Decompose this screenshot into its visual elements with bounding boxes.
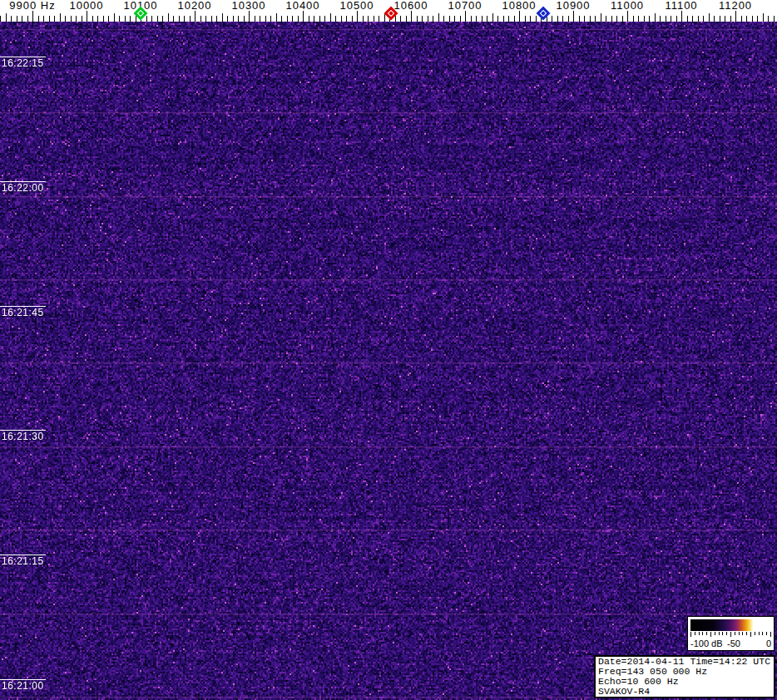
freq-tick	[335, 16, 336, 22]
freq-label: 11200	[719, 0, 752, 11]
freq-tick	[676, 16, 677, 22]
colorbar-tick	[766, 632, 767, 635]
freq-tick	[324, 16, 325, 22]
freq-tick	[125, 16, 126, 22]
freq-tick	[130, 16, 131, 22]
freq-tick	[38, 16, 39, 22]
colorbar-tick	[695, 632, 695, 635]
freq-tick	[195, 11, 195, 22]
freq-tick	[433, 16, 433, 22]
freq-tick	[114, 13, 115, 22]
freq-tick	[162, 16, 163, 22]
freq-tick	[119, 16, 120, 22]
freq-label: 11100	[665, 0, 697, 11]
freq-tick	[595, 16, 596, 22]
freq-tick	[411, 11, 412, 22]
freq-tick	[720, 16, 720, 22]
freq-tick	[168, 13, 169, 22]
freq-tick	[741, 16, 742, 22]
freq-tick	[71, 16, 72, 22]
freq-tick	[622, 16, 623, 22]
freq-tick	[265, 16, 266, 22]
colorbar-tick	[702, 632, 703, 635]
freq-tick	[298, 16, 299, 22]
freq-tick	[519, 11, 520, 22]
freq-label: 10000	[69, 0, 103, 11]
freq-tick	[303, 11, 304, 22]
freq-label: 9900 Hz	[9, 0, 55, 11]
time-label: 16:21:45	[2, 308, 44, 318]
freq-tick	[65, 16, 66, 22]
blue-marker-dot	[541, 11, 546, 16]
freq-tick	[687, 16, 688, 22]
freq-tick	[227, 16, 228, 22]
freq-tick	[471, 16, 472, 22]
red-marker-dot	[388, 11, 393, 16]
colorbar-tick	[730, 632, 731, 637]
freq-tick	[503, 16, 504, 22]
freq-tick	[627, 11, 628, 22]
freq-tick	[205, 16, 206, 22]
freq-tick	[43, 16, 44, 22]
freq-tick	[557, 16, 558, 22]
color-scale-box: -100 dB -50 0	[687, 616, 775, 651]
freq-tick	[638, 16, 639, 22]
colorbar-tick	[750, 632, 751, 637]
freq-tick	[92, 16, 93, 22]
colorbar-tick	[722, 632, 723, 635]
freq-tick	[655, 13, 656, 22]
color-scale-mid-label: -50	[727, 638, 740, 648]
freq-tick	[184, 16, 185, 22]
station-info-box: Date=2014-04-11 Time=14:22 UTCFreq=143 0…	[594, 655, 775, 698]
color-scale-labels: -100 dB -50 0	[690, 638, 771, 648]
freq-label: 10900	[556, 0, 590, 11]
freq-tick	[309, 16, 309, 22]
freq-tick	[368, 16, 369, 22]
freq-tick	[671, 16, 671, 22]
freq-tick	[428, 16, 428, 22]
freq-tick	[11, 16, 12, 22]
freq-tick	[17, 16, 17, 22]
freq-tick	[276, 13, 277, 22]
freq-tick	[606, 16, 606, 22]
freq-tick	[346, 16, 347, 22]
freq-tick	[400, 16, 401, 22]
colorbar-tick	[726, 632, 727, 635]
freq-label: 10500	[339, 0, 374, 11]
freq-tick	[536, 16, 537, 22]
freq-tick	[32, 11, 33, 22]
freq-tick	[374, 16, 374, 22]
freq-tick	[752, 16, 753, 22]
colorbar-tick	[746, 632, 747, 635]
freq-label: 10300	[231, 0, 265, 11]
freq-label: 10600	[393, 0, 428, 11]
color-scale-min-label: -100 dB	[690, 638, 723, 648]
freq-label: 10800	[502, 0, 536, 11]
freq-tick	[757, 16, 758, 22]
freq-tick	[314, 16, 314, 22]
spectrogram-canvas	[0, 22, 777, 700]
freq-tick	[735, 11, 736, 22]
freq-tick	[492, 13, 493, 22]
freq-tick	[514, 16, 515, 22]
freq-tick	[487, 16, 487, 22]
colorbar-tick	[735, 632, 735, 635]
freq-tick	[363, 16, 364, 22]
freq-tick	[644, 16, 645, 22]
freq-tick	[438, 13, 439, 22]
colorbar-tick	[739, 632, 740, 635]
freq-tick	[0, 16, 1, 22]
green-marker-dot	[138, 11, 143, 16]
freq-label: 11000	[611, 0, 644, 11]
freq-tick	[611, 16, 612, 22]
freq-tick	[87, 11, 87, 22]
freq-tick	[709, 13, 710, 22]
freq-tick	[341, 16, 342, 22]
freq-tick	[76, 16, 77, 22]
freq-tick	[746, 16, 747, 22]
colorbar-tick	[710, 632, 711, 637]
colorbar-tick	[770, 632, 771, 637]
freq-tick	[443, 16, 444, 22]
freq-tick	[497, 16, 498, 22]
freq-tick	[465, 11, 466, 22]
